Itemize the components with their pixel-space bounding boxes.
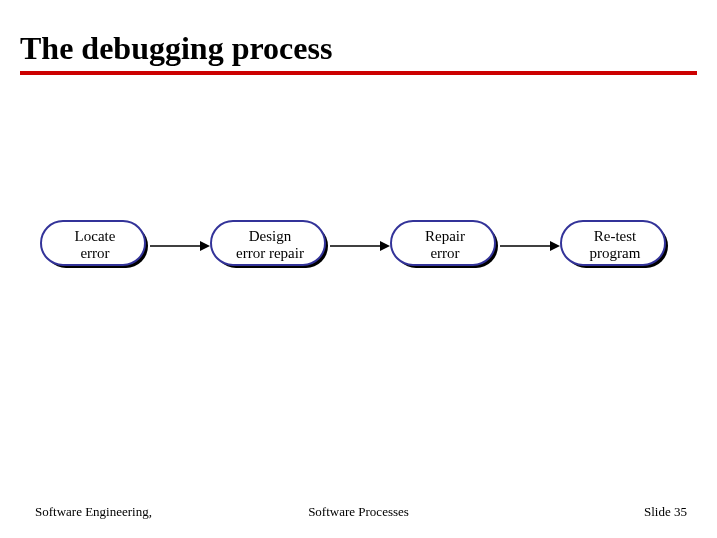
title-area: The debugging process: [0, 0, 717, 81]
node-retest-program: Re-test program: [560, 220, 670, 270]
process-diagram: Locate error Design error repair Repair …: [0, 210, 717, 300]
svg-marker-7: [380, 241, 390, 251]
footer-right: Slide 35: [644, 504, 687, 520]
node-label-line2: error: [80, 245, 109, 262]
node-label-line2: error: [430, 245, 459, 262]
node-label-line1: Design: [249, 228, 292, 245]
arrow-icon: [150, 240, 210, 252]
footer-left: Software Engineering,: [35, 504, 152, 520]
title-underline: [20, 71, 697, 75]
footer-center: Software Processes: [308, 504, 409, 520]
arrow-icon: [500, 240, 560, 252]
node-label-line1: Repair: [425, 228, 465, 245]
node-locate-error: Locate error: [40, 220, 150, 270]
slide-title: The debugging process: [20, 30, 697, 67]
node-label-line1: Re-test: [594, 228, 637, 245]
node-label-line1: Locate: [75, 228, 116, 245]
arrow-icon: [330, 240, 390, 252]
node-design-error-repair: Design error repair: [210, 220, 330, 270]
svg-marker-3: [200, 241, 210, 251]
svg-marker-11: [550, 241, 560, 251]
node-label-line2: program: [590, 245, 641, 262]
node-label-line2: error repair: [236, 245, 304, 262]
node-repair-error: Repair error: [390, 220, 500, 270]
